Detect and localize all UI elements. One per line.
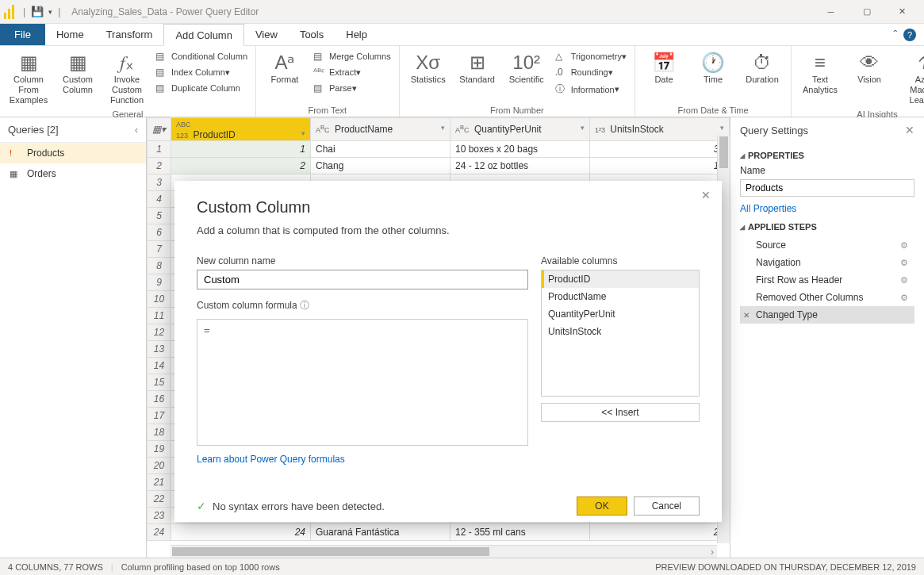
date-button[interactable]: 📅Date	[640, 49, 688, 86]
qat-dropdown-icon[interactable]: ▾	[48, 8, 52, 16]
applied-step[interactable]: Changed Type	[740, 306, 914, 324]
insert-button[interactable]: << Insert	[541, 403, 700, 422]
help-icon[interactable]: ?	[903, 29, 916, 41]
query-name-input[interactable]	[740, 179, 914, 197]
scientific-button[interactable]: 10²Scientific	[503, 49, 550, 86]
duration-icon: ⏱	[753, 51, 772, 75]
row-header-corner[interactable]: ▦▾	[148, 118, 171, 141]
column-from-examples-button[interactable]: ▦Column From Examples	[5, 49, 52, 108]
tab-view[interactable]: View	[244, 24, 289, 45]
query-item-orders[interactable]: ▦ Orders	[0, 163, 146, 184]
horizontal-scrollbar[interactable]: ‹›	[171, 545, 717, 558]
available-columns-list[interactable]: ProductIDProductNameQuantityPerUnitUnits…	[541, 270, 700, 397]
duplicate-icon: ▤	[155, 82, 168, 94]
index-icon: ▤	[155, 67, 168, 78]
tab-file[interactable]: File	[0, 24, 45, 45]
merge-columns-button[interactable]: ▤Merge Columns	[310, 49, 394, 63]
table-icon: ▦	[10, 169, 22, 179]
applied-step[interactable]: Removed Other Columns⚙	[740, 289, 914, 306]
format-icon: Aᵃ	[274, 51, 294, 75]
new-column-name-label: New column name	[197, 255, 528, 266]
group-datetime-label: From Date & Time	[640, 104, 786, 115]
aml-icon: ⚗	[918, 51, 924, 75]
dialog-close-button[interactable]: ✕	[701, 189, 711, 201]
tab-help[interactable]: Help	[335, 24, 378, 45]
index-column-button[interactable]: ▤Index Column ▾	[152, 65, 251, 79]
window-title: Analyzing_Sales_Data - Power Query Edito…	[71, 6, 259, 17]
info-icon[interactable]: ⓘ	[300, 300, 309, 311]
applied-step[interactable]: Source⚙	[740, 236, 914, 254]
invoke-function-button[interactable]: 𝑓ₓInvoke Custom Function	[103, 49, 151, 108]
properties-section[interactable]: PROPERTIES	[740, 151, 914, 160]
conditional-icon: ▤	[155, 51, 168, 62]
time-button[interactable]: 🕐Time	[689, 49, 737, 86]
trigonometry-button[interactable]: △Trigonometry ▾	[552, 49, 630, 63]
tab-home[interactable]: Home	[45, 24, 95, 45]
text-analytics-button[interactable]: ≡Text Analytics	[796, 49, 844, 97]
text-analytics-icon: ≡	[815, 51, 826, 75]
conditional-column-button[interactable]: ▤Conditional Column	[152, 49, 251, 63]
query-item-products[interactable]: ! Products	[0, 143, 146, 163]
table-row[interactable]: 2 2 Chang 24 - 12 oz bottles 17	[148, 158, 730, 174]
info-icon: ⓘ	[555, 82, 568, 96]
gear-icon[interactable]: ⚙	[900, 258, 908, 268]
col-productid[interactable]: ABC123 ProductID▾	[171, 118, 311, 141]
ribbon-collapse-icon[interactable]: ˆ ?	[894, 24, 924, 45]
tab-add-column[interactable]: Add Column	[163, 24, 244, 46]
format-button[interactable]: AᵃFormat	[261, 49, 309, 86]
maximize-button[interactable]: ▢	[849, 0, 884, 24]
rounding-button[interactable]: .0Rounding ▾	[552, 65, 630, 79]
gear-icon[interactable]: ⚙	[900, 275, 908, 286]
tab-transform[interactable]: Transform	[95, 24, 164, 45]
minimize-button[interactable]: ─	[813, 0, 849, 24]
title-bar: | 💾 ▾ | Analyzing_Sales_Data - Power Que…	[0, 0, 924, 24]
qat-separator: |	[23, 6, 25, 17]
close-settings-icon[interactable]: ✕	[905, 124, 914, 136]
cancel-button[interactable]: Cancel	[634, 496, 700, 516]
svg-rect-0	[4, 13, 6, 19]
dialog-subtitle: Add a column that is computed from the o…	[197, 224, 700, 236]
vision-button[interactable]: 👁Vision	[845, 49, 893, 86]
settings-title: Query Settings	[740, 125, 808, 136]
all-properties-link[interactable]: All Properties	[740, 203, 796, 214]
new-column-name-input[interactable]	[197, 270, 528, 289]
col-qpu[interactable]: ABC QuantityPerUnit▾	[450, 118, 590, 141]
standard-button[interactable]: ⊞Standard	[454, 49, 501, 86]
duration-button[interactable]: ⏱Duration	[738, 49, 786, 86]
tab-tools[interactable]: Tools	[289, 24, 335, 45]
azure-ml-button[interactable]: ⚗Azure Machine Learning	[895, 49, 924, 108]
time-icon: 🕐	[701, 51, 725, 75]
applied-step[interactable]: Navigation⚙	[740, 254, 914, 271]
vision-icon: 👁	[860, 51, 879, 75]
available-column-item[interactable]: QuantityPerUnit	[542, 305, 699, 323]
extract-button[interactable]: ᴬᴮᶜExtract ▾	[310, 65, 394, 79]
information-button[interactable]: ⓘInformation ▾	[552, 81, 630, 98]
close-button[interactable]: ✕	[884, 0, 920, 24]
available-column-item[interactable]: UnitsInStock	[542, 323, 699, 340]
gear-icon[interactable]: ⚙	[900, 240, 908, 251]
learn-link[interactable]: Learn about Power Query formulas	[197, 454, 345, 465]
stats-icon: Χσ	[416, 51, 440, 75]
formula-input[interactable]: =	[197, 319, 528, 446]
table-row[interactable]: 1 1 Chai 10 boxes x 20 bags 39	[148, 141, 730, 158]
group-number-label: From Number	[404, 104, 630, 115]
gear-icon[interactable]: ⚙	[900, 293, 908, 303]
extract-icon: ᴬᴮᶜ	[313, 67, 326, 78]
query-settings-pane: Query Settings ✕ PROPERTIES Name All Pro…	[730, 117, 924, 558]
col-stock[interactable]: 1²3 UnitsInStock▾	[590, 118, 730, 141]
parse-button[interactable]: ▤Parse ▾	[310, 81, 394, 95]
available-column-item[interactable]: ProductID	[542, 270, 699, 288]
status-cols-rows: 4 COLUMNS, 77 ROWS	[8, 562, 103, 572]
col-productname[interactable]: ABC ProductName▾	[311, 118, 450, 141]
dialog-title: Custom Column	[197, 198, 700, 217]
statistics-button[interactable]: ΧσStatistics	[404, 49, 452, 86]
duplicate-column-button[interactable]: ▤Duplicate Column	[152, 81, 251, 95]
custom-column-button[interactable]: ▦Custom Column	[54, 49, 102, 97]
group-text-label: From Text	[261, 104, 394, 115]
ok-button[interactable]: OK	[577, 496, 627, 516]
save-icon[interactable]: 💾	[31, 6, 44, 17]
collapse-queries-icon[interactable]: ‹	[135, 124, 138, 136]
applied-steps-section[interactable]: APPLIED STEPS	[740, 222, 914, 232]
available-column-item[interactable]: ProductName	[542, 288, 699, 305]
applied-step[interactable]: First Row as Header⚙	[740, 271, 914, 289]
